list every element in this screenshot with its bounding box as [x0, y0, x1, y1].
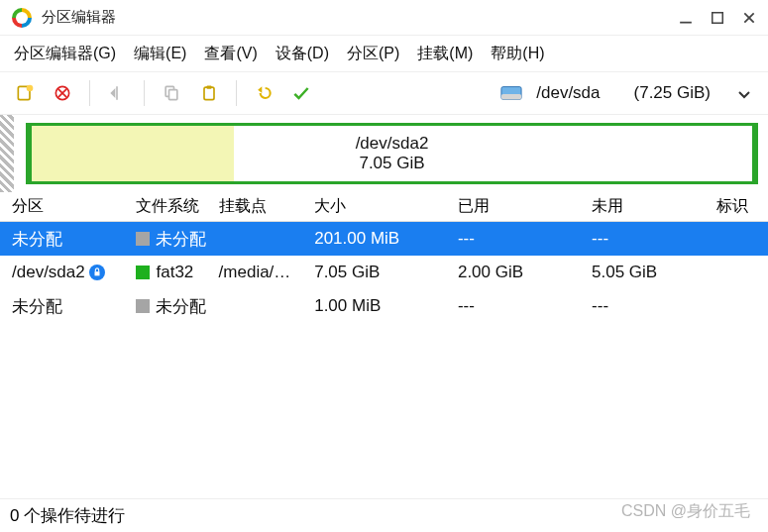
svg-rect-12 — [204, 87, 214, 100]
cell-size: 7.05 GiB — [310, 263, 454, 282]
toolbar-separator — [236, 80, 237, 106]
titlebar: 分区编辑器 — [0, 0, 768, 36]
partition-table: 未分配未分配201.00 MiB------/dev/sda2fat32/med… — [0, 222, 768, 498]
cell-filesystem: fat32 — [132, 263, 214, 282]
maximize-icon[interactable] — [711, 11, 724, 25]
cell-used: 2.00 GiB — [454, 263, 588, 282]
svg-rect-15 — [501, 94, 521, 100]
diskmap-leading-unalloc — [0, 115, 14, 192]
col-used[interactable]: 已用 — [454, 196, 588, 217]
fs-swatch-icon — [136, 266, 150, 279]
toolbar-separator — [89, 80, 90, 106]
toolbar: /dev/sda (7.25 GiB) — [0, 71, 768, 115]
table-row[interactable]: 未分配未分配201.00 MiB------ — [0, 222, 768, 256]
menu-device[interactable]: 设备(D) — [270, 40, 335, 68]
device-path: /dev/sda — [536, 83, 600, 103]
menu-view[interactable]: 查看(V) — [198, 40, 263, 68]
device-selector[interactable]: /dev/sda (7.25 GiB) — [491, 79, 760, 107]
cell-used: --- — [454, 229, 588, 249]
col-filesystem[interactable]: 文件系统 — [132, 196, 214, 217]
fs-swatch-icon — [136, 299, 150, 313]
apply-button[interactable] — [284, 76, 318, 110]
disk-map-size: 7.05 GiB — [359, 154, 424, 173]
table-header: 分区 文件系统 挂载点 大小 已用 未用 标识 — [0, 192, 768, 222]
col-partition[interactable]: 分区 — [8, 196, 132, 217]
cell-free: --- — [588, 296, 712, 316]
close-icon[interactable] — [742, 11, 756, 25]
delete-button[interactable] — [46, 76, 79, 110]
cell-mount: /media/… — [215, 263, 311, 282]
svg-rect-16 — [94, 271, 99, 275]
lock-badge-icon — [89, 265, 105, 280]
col-flags[interactable]: 标识 — [713, 196, 760, 217]
menubar: 分区编辑器(G) 编辑(E) 查看(V) 设备(D) 分区(P) 挂载(M) 帮… — [0, 36, 768, 71]
window-controls — [679, 11, 756, 25]
col-free[interactable]: 未用 — [588, 196, 712, 217]
status-text: 0 个操作待进行 — [10, 504, 125, 527]
cell-partition: /dev/sda2 — [8, 263, 132, 282]
disk-map-partition[interactable]: /dev/sda2 7.05 GiB — [29, 123, 755, 184]
copy-button[interactable] — [155, 76, 188, 110]
device-size: (7.25 GiB) — [634, 83, 711, 103]
window-title: 分区编辑器 — [42, 8, 116, 27]
cell-used: --- — [454, 296, 588, 316]
cell-filesystem: 未分配 — [132, 295, 214, 318]
window: 分区编辑器 分区编辑器(G) 编辑(E) 查看(V) 设备(D) 分区(P) 挂… — [0, 0, 768, 532]
cell-free: 5.05 GiB — [588, 263, 712, 282]
cell-partition: 未分配 — [8, 228, 132, 251]
disk-map-path: /dev/sda2 — [356, 134, 429, 154]
chevron-down-icon — [738, 85, 750, 102]
drive-icon — [500, 85, 522, 101]
col-size[interactable]: 大小 — [310, 196, 454, 217]
col-mount[interactable]: 挂载点 — [215, 196, 311, 217]
menu-help[interactable]: 帮助(H) — [485, 40, 550, 68]
disk-map-label: /dev/sda2 7.05 GiB — [32, 126, 752, 181]
undo-button[interactable] — [247, 76, 280, 110]
toolbar-separator — [144, 80, 145, 106]
cell-free: --- — [588, 229, 712, 249]
cell-filesystem: 未分配 — [132, 228, 214, 251]
table-row[interactable]: /dev/sda2fat32/media/…7.05 GiB2.00 GiB5.… — [0, 256, 768, 289]
svg-rect-1 — [713, 12, 723, 23]
app-icon — [12, 8, 32, 28]
resize-button[interactable] — [100, 76, 134, 110]
svg-rect-13 — [207, 86, 212, 89]
new-button[interactable] — [8, 76, 42, 110]
cell-size: 1.00 MiB — [310, 296, 454, 316]
paste-button[interactable] — [192, 76, 226, 110]
disk-map[interactable]: /dev/sda2 7.05 GiB — [26, 123, 758, 184]
minimize-icon[interactable] — [679, 11, 693, 25]
menu-partition[interactable]: 分区(P) — [341, 40, 405, 68]
svg-point-5 — [27, 85, 34, 92]
menu-mount[interactable]: 挂载(M) — [411, 40, 479, 68]
cell-size: 201.00 MiB — [310, 229, 454, 249]
svg-rect-11 — [169, 90, 177, 100]
statusbar: 0 个操作待进行 — [0, 498, 768, 532]
cell-partition: 未分配 — [8, 295, 132, 318]
fs-swatch-icon — [136, 232, 150, 246]
menu-edit[interactable]: 编辑(E) — [128, 40, 192, 68]
menu-gparted[interactable]: 分区编辑器(G) — [8, 40, 122, 68]
table-row[interactable]: 未分配未分配1.00 MiB------ — [0, 289, 768, 323]
